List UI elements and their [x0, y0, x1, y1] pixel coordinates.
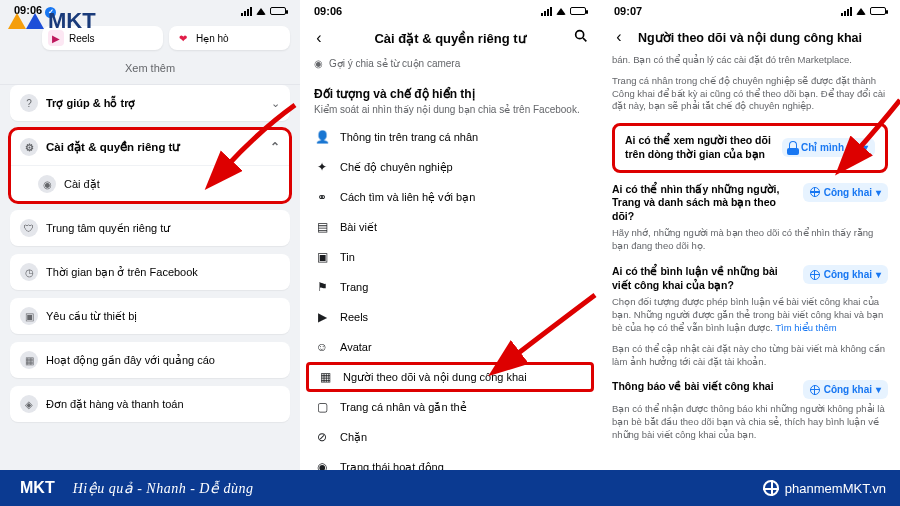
row-stories[interactable]: ▣Tin	[300, 242, 600, 272]
followers-icon: ▦	[317, 370, 333, 384]
screen-followers-public: 09:07 ‹ Người theo dõi và nội dung công …	[600, 0, 900, 470]
caret-down-icon: ▾	[876, 269, 881, 280]
person-icon: 👤	[314, 130, 330, 144]
signal-icon	[241, 7, 252, 16]
svg-point-0	[576, 31, 584, 39]
lock-icon	[789, 141, 797, 149]
pro-icon: ✦	[314, 160, 330, 174]
screen-settings-privacy: 09:06 ‹ Cài đặt & quyền riêng tư ◉Gợi ý …	[300, 0, 600, 470]
shield-icon: 🛡	[20, 219, 38, 237]
tag-icon: ◈	[20, 395, 38, 413]
row-profile-tagging[interactable]: ▢Trang cá nhân và gắn thẻ	[300, 392, 600, 422]
annotation-arrow	[500, 290, 600, 374]
annotation-arrow	[210, 100, 300, 184]
search-button[interactable]	[572, 28, 590, 48]
svg-line-1	[583, 38, 586, 41]
gear-icon: ⚙	[20, 138, 38, 156]
row-device-requests[interactable]: ▣ Yêu cầu từ thiết bị	[10, 298, 290, 334]
device-icon: ▣	[20, 307, 38, 325]
tag-icon: ▢	[314, 400, 330, 414]
battery-icon	[570, 7, 586, 15]
back-button[interactable]: ‹	[310, 29, 328, 47]
status-time: 09:06	[314, 5, 342, 17]
flag-icon: ⚑	[314, 280, 330, 294]
status-bar: 09:07	[600, 0, 900, 22]
setting-who-comments[interactable]: Ai có thể bình luận về những bài viết cô…	[612, 259, 888, 294]
camera-icon: ◉	[314, 58, 323, 69]
row-recent-ad-activity[interactable]: ▦ Hoạt động gần đây với quảng cáo	[10, 342, 290, 378]
people-icon: ⚭	[314, 190, 330, 204]
privacy-public-button[interactable]: Công khai ▾	[803, 380, 888, 399]
row-pro-mode[interactable]: ✦Chế độ chuyên nghiệp	[300, 152, 600, 182]
globe-icon	[810, 270, 820, 280]
row-time-on-facebook[interactable]: ◷ Thời gian bạn ở trên Facebook	[10, 254, 290, 290]
cutoff-row[interactable]: ◉Gợi ý chia sẻ từ cuộn camera	[300, 54, 600, 79]
row-profile-info[interactable]: 👤Thông tin trên trang cá nhân	[300, 122, 600, 152]
section-subtitle: Kiểm soát ai nhìn thấy nội dung bạn chia…	[300, 103, 600, 122]
row-posts[interactable]: ▤Bài viết	[300, 212, 600, 242]
story-icon: ▣	[314, 250, 330, 264]
globe-icon	[810, 385, 820, 395]
row-blocking[interactable]: ⊘Chặn	[300, 422, 600, 452]
wifi-icon	[556, 8, 566, 15]
setting-desc: Hãy nhớ, những người mà bạn theo dõi có …	[612, 225, 888, 259]
page-title: Người theo dõi và nội dung công khai	[634, 30, 890, 45]
brand-footer: MKT Hiệu quả - Nhanh - Dễ dùng phanmemMK…	[0, 470, 900, 506]
privacy-public-button[interactable]: Công khai ▾	[803, 265, 888, 284]
help-icon: ?	[20, 94, 38, 112]
globe-icon	[810, 187, 820, 197]
setting-public-post-notifs[interactable]: Thông báo về bài viết công khai Công kha…	[612, 374, 888, 401]
person-icon: ◉	[38, 175, 56, 193]
setting-desc: Chọn đối tượng được phép bình luận về bà…	[612, 294, 888, 340]
shortcut-dating[interactable]: ❤ Hẹn hò	[169, 26, 290, 50]
setting-who-sees-following[interactable]: Ai có thể nhìn thấy những người, Trang v…	[612, 177, 888, 226]
screen-menu: 09:06✓ ▶ Reels ❤ Hẹn hò Xem thêm ? Trợ g…	[0, 0, 300, 470]
page-title: Cài đặt & quyền riêng tư	[334, 31, 566, 46]
see-more-button[interactable]: Xem thêm	[0, 56, 300, 85]
section-title: Đối tượng và chế độ hiển thị	[300, 79, 600, 103]
heart-icon: ❤	[175, 30, 191, 46]
status-time: 09:07	[614, 5, 642, 17]
row-active-status[interactable]: ◉Trạng thái hoạt động	[300, 452, 600, 470]
post-icon: ▤	[314, 220, 330, 234]
reels-icon: ▶	[314, 310, 330, 324]
annotation-arrow	[845, 95, 900, 169]
avatar-icon: ☺	[314, 340, 330, 354]
learn-more-link[interactable]: Tìm hiểu thêm	[775, 322, 836, 333]
row-privacy-center[interactable]: 🛡 Trung tâm quyền riêng tư	[10, 210, 290, 246]
footer-site[interactable]: phanmemMKT.vn	[763, 480, 886, 496]
footer-slogan: Hiệu quả - Nhanh - Dễ dùng	[73, 480, 254, 497]
status-icon: ◉	[314, 460, 330, 470]
signal-icon	[541, 7, 552, 16]
image-icon: ▦	[20, 351, 38, 369]
intro-text-1: bán. Bạn có thể quản lý các cài đặt đó t…	[612, 52, 888, 73]
caret-down-icon: ▾	[876, 384, 881, 395]
block-icon: ⊘	[314, 430, 330, 444]
privacy-public-button[interactable]: Công khai ▾	[803, 183, 888, 202]
wifi-icon	[256, 8, 266, 15]
globe-icon	[763, 480, 779, 496]
setting-desc: Bạn có thể nhận được thông báo khi những…	[612, 401, 888, 447]
setting-desc: Bạn có thể cập nhật cài đặt này cho từng…	[612, 341, 888, 375]
back-button[interactable]: ‹	[610, 28, 628, 46]
clock-icon: ◷	[20, 263, 38, 281]
footer-logo: MKT	[14, 479, 55, 497]
search-icon	[573, 28, 589, 44]
wifi-icon	[856, 8, 866, 15]
caret-down-icon: ▾	[876, 187, 881, 198]
signal-icon	[841, 7, 852, 16]
brand-logo: MKT	[8, 8, 96, 34]
battery-icon	[270, 7, 286, 15]
row-orders-payments[interactable]: ◈ Đơn đặt hàng và thanh toán	[10, 386, 290, 422]
row-find-contact[interactable]: ⚭Cách tìm và liên hệ với bạn	[300, 182, 600, 212]
status-bar: 09:06	[300, 0, 600, 22]
battery-icon	[870, 7, 886, 15]
